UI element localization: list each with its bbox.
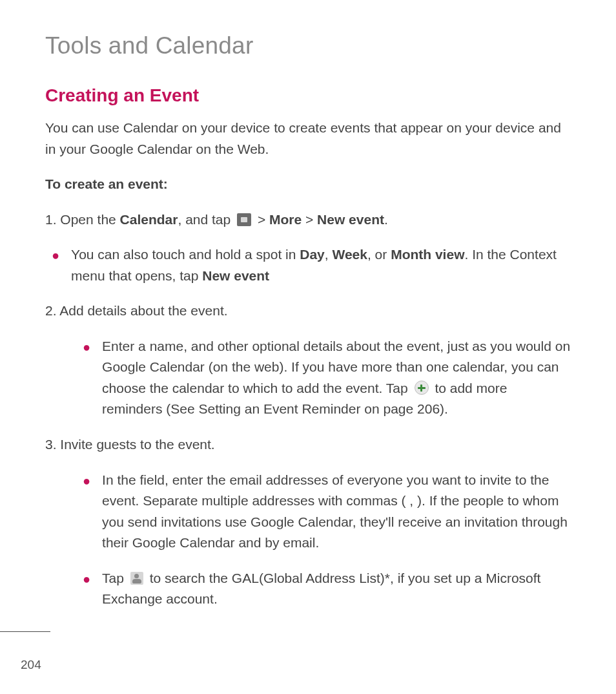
bullet-invite-text: In the field, enter the email addresses … — [102, 470, 571, 554]
step-1-gt1: > — [254, 212, 269, 227]
section-title: Creating an Event — [45, 85, 571, 106]
bullet-invite: ● In the field, enter the email addresse… — [76, 470, 571, 554]
b1-month: Month view — [391, 247, 464, 262]
chapter-title: Tools and Calendar — [45, 32, 571, 59]
step-1-more: More — [269, 212, 302, 227]
step-1-mid: , and tap — [178, 212, 234, 227]
bullet-gal-text: Tap to search the GAL(Global Address Lis… — [102, 568, 571, 610]
subhead-to-create: To create an event: — [45, 174, 571, 195]
bullet-gal: ● Tap to search the GAL(Global Address L… — [76, 568, 571, 610]
plus-icon — [415, 381, 429, 395]
bullet-icon: ● — [83, 339, 90, 355]
step-1-calendar: Calendar — [120, 212, 178, 227]
manual-page: Tools and Calendar Creating an Event You… — [0, 0, 616, 694]
contact-icon — [130, 572, 143, 585]
body-content: You can use Calendar on your device to c… — [45, 118, 571, 610]
step-2: 2. Add details about the event. — [45, 300, 571, 322]
bullet-context-menu: ● You can also touch and hold a spot in … — [45, 244, 571, 286]
bullet-context-menu-text: You can also touch and hold a spot in Da… — [71, 244, 571, 286]
bullet-enter-details-text: Enter a name, and other optional details… — [102, 336, 571, 420]
menu-icon — [237, 213, 251, 226]
step-1-new-event: New event — [317, 212, 384, 227]
step-1-suffix: . — [384, 212, 388, 227]
bullet-icon: ● — [52, 247, 59, 264]
b1-week: Week — [332, 247, 367, 262]
b1-t3: , or — [367, 247, 391, 262]
step-1-prefix: 1. Open the — [45, 212, 120, 227]
b1-t1: You can also touch and hold a spot in — [71, 247, 300, 262]
bullet-enter-details: ● Enter a name, and other optional detai… — [76, 336, 571, 420]
b1-t2: , — [325, 247, 333, 262]
step-1-gt2: > — [302, 212, 317, 227]
b1-new-event: New event — [202, 268, 269, 283]
intro-paragraph: You can use Calendar on your device to c… — [45, 118, 571, 160]
b4-t1: Tap — [102, 571, 128, 585]
bullet-icon: ● — [83, 472, 90, 489]
b1-day: Day — [300, 247, 325, 262]
footer-rule — [0, 631, 50, 632]
page-number: 204 — [21, 658, 41, 672]
b4-t2: to search the GAL(Global Address List)*,… — [102, 571, 540, 607]
bullet-icon: ● — [83, 571, 90, 587]
step-1: 1. Open the Calendar, and tap > More > N… — [45, 209, 571, 231]
step-3: 3. Invite guests to the event. — [45, 434, 571, 456]
